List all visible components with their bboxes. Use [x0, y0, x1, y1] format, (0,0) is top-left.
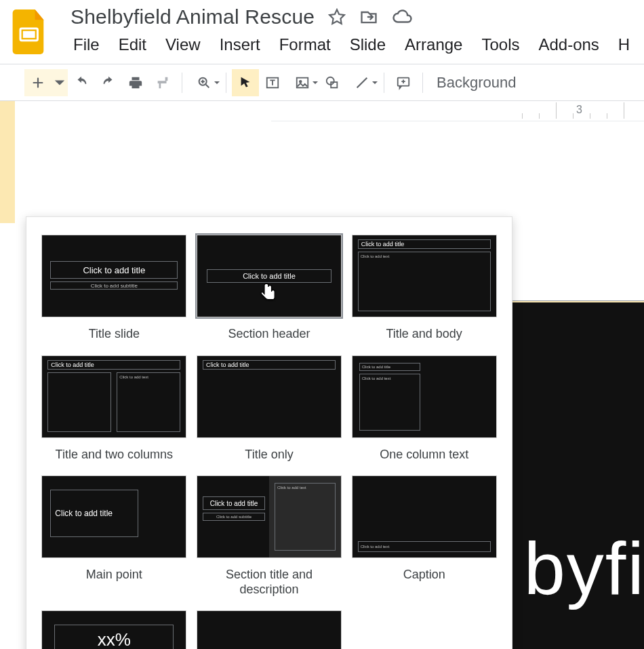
- layout-blank[interactable]: Blank: [197, 610, 342, 649]
- layout-title-only[interactable]: Click to add title Title only: [197, 355, 342, 463]
- pointer-cursor-icon: [260, 281, 279, 302]
- header: Shelbyfield Animal Rescue File Edit View…: [0, 0, 644, 54]
- move-icon[interactable]: [359, 7, 378, 26]
- menu-tools[interactable]: Tools: [481, 35, 519, 54]
- paint-format-button[interactable]: [149, 69, 176, 96]
- toolbar-separator: [384, 73, 384, 93]
- star-icon[interactable]: [328, 8, 346, 26]
- workspace: 3 byfie 5 Click to add title Click to ad…: [0, 101, 644, 649]
- ruler-tick-number: 3: [576, 104, 582, 116]
- layout-two-columns[interactable]: Click to add title Click to add text Tit…: [41, 355, 187, 463]
- layout-big-number[interactable]: xx% Click to add text Big number: [41, 610, 187, 649]
- toolbar-separator: [226, 73, 226, 93]
- menu-file[interactable]: File: [73, 35, 100, 54]
- layout-caption[interactable]: Click to add text Caption: [351, 475, 497, 597]
- menu-arrange[interactable]: Arrange: [405, 35, 462, 54]
- layout-title-slide[interactable]: Click to add title Click to add subtitle…: [41, 235, 187, 342]
- toolbar-separator: [182, 73, 182, 93]
- background-button[interactable]: Background: [437, 74, 516, 92]
- canvas-title-fragment: byfie: [524, 525, 644, 611]
- toolbar-separator: [422, 73, 423, 93]
- layout-one-column[interactable]: Click to add title Click to add text One…: [351, 355, 497, 463]
- menubar: File Edit View Insert Format Slide Arran…: [71, 35, 644, 54]
- menu-view[interactable]: View: [165, 35, 201, 54]
- comment-button[interactable]: [390, 69, 417, 96]
- filmstrip-gutter: [0, 101, 24, 649]
- new-slide-dropdown[interactable]: [52, 69, 68, 96]
- svg-point-5: [300, 80, 302, 82]
- zoom-button[interactable]: [188, 69, 220, 96]
- svg-rect-1: [23, 31, 35, 38]
- menu-slide[interactable]: Slide: [350, 35, 386, 54]
- menu-edit[interactable]: Edit: [119, 35, 146, 54]
- redo-button[interactable]: [95, 69, 122, 96]
- slides-logo: [12, 9, 47, 54]
- menu-insert[interactable]: Insert: [220, 35, 260, 54]
- menu-addons[interactable]: Add-ons: [538, 35, 599, 54]
- layout-picker: Click to add title Click to add subtitle…: [26, 216, 512, 649]
- menu-help[interactable]: H: [618, 35, 630, 54]
- menu-format[interactable]: Format: [279, 35, 331, 54]
- print-button[interactable]: [122, 69, 149, 96]
- cloud-icon[interactable]: [392, 7, 412, 27]
- filmstrip-highlight: [0, 101, 15, 223]
- select-tool[interactable]: [232, 69, 259, 96]
- undo-button[interactable]: [68, 69, 95, 96]
- doc-title[interactable]: Shelbyfield Animal Rescue: [71, 5, 315, 28]
- layout-section-title-desc[interactable]: Click to add title Click to add subtitle…: [197, 475, 342, 597]
- textbox-tool[interactable]: [259, 69, 286, 96]
- shape-tool[interactable]: [319, 69, 346, 96]
- layout-section-header[interactable]: Click to add title Section header: [197, 235, 342, 342]
- new-slide-button[interactable]: [24, 69, 52, 96]
- toolbar: Background: [0, 64, 644, 101]
- layout-main-point[interactable]: Click to add title Main point: [41, 475, 187, 597]
- image-tool[interactable]: [286, 69, 319, 96]
- layout-title-body[interactable]: Click to add title Click to add text Tit…: [351, 235, 497, 342]
- line-tool[interactable]: [346, 69, 378, 96]
- ruler: 3: [271, 101, 644, 121]
